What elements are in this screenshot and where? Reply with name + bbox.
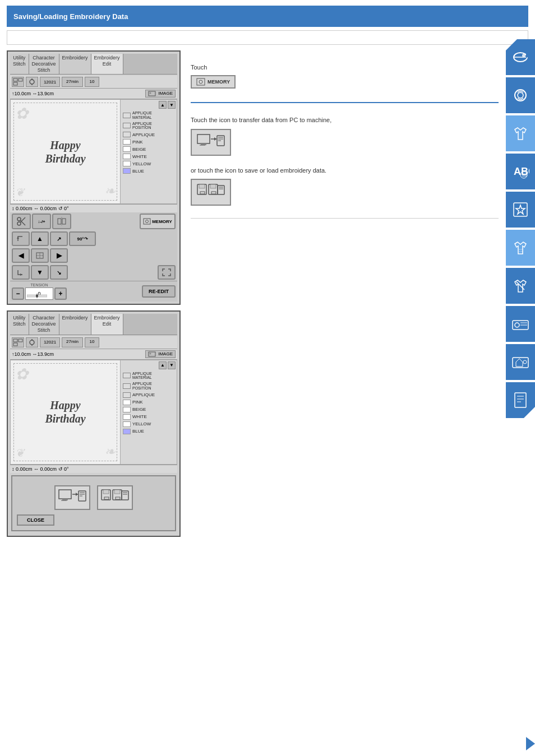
svg-rect-53 <box>197 134 210 143</box>
tab2-character[interactable]: CharacterDecorativeStitch <box>29 314 59 334</box>
tab2-embroidery-edit[interactable]: EmbroideryEdit <box>91 314 123 334</box>
save-load-icon-display <box>191 179 231 206</box>
icon-settings[interactable] <box>26 77 38 87</box>
tab-character[interactable]: CharacterDecorativeStitch <box>29 54 59 74</box>
sidebar-icon-scissors[interactable] <box>506 268 535 304</box>
stitch-len-button[interactable]: ↓-/+ <box>32 214 51 229</box>
color-item-white[interactable]: WHITE <box>122 153 176 160</box>
color-item-applique-position[interactable]: APPLIQUEPOSITION <box>122 121 176 131</box>
color-up-btn[interactable]: ▲ <box>159 101 167 109</box>
svg-marker-57 <box>214 137 216 141</box>
tab-embroidery-edit[interactable]: EmbroideryEdit <box>91 54 123 74</box>
nav-corner-tl-button[interactable] <box>12 231 30 246</box>
color2-item-beige[interactable]: BEIGE <box>122 406 176 413</box>
swirl2-bl: ❦ <box>15 446 25 460</box>
color-item-pink[interactable]: PINK <box>122 138 176 145</box>
color2-item-pink[interactable]: PINK <box>122 399 176 406</box>
memory-button[interactable]: MEMORY <box>140 214 176 229</box>
icon2-time: 27min <box>62 337 83 347</box>
sidebar-icon-tshirt2[interactable] <box>506 230 535 266</box>
embroidery-line1: Happy <box>45 138 85 152</box>
svg-rect-26 <box>13 343 17 346</box>
position-row-2: ↕ 0.00cm ↔ 0.00cm ↺ 0° <box>10 465 177 473</box>
nav-diag-ur-button[interactable]: ↗ <box>50 231 68 246</box>
tab2-utility[interactable]: UtilityStitch <box>10 314 29 334</box>
svg-rect-25 <box>13 339 17 342</box>
tab-row-2: UtilityStitch CharacterDecorativeStitch … <box>10 314 177 335</box>
sidebar-icon-machine2[interactable] <box>506 306 535 342</box>
color-swatch-applique-material <box>123 113 131 118</box>
close-button[interactable]: CLOSE <box>17 514 54 526</box>
color2-up-btn[interactable]: ▲ <box>159 361 167 369</box>
step3-text: or touch the icon to save or load embroi… <box>191 166 499 176</box>
sidebar-icon-abc[interactable]: ABC ab <box>506 154 535 189</box>
icon2-settings[interactable] <box>26 337 38 347</box>
sidebar-icon-thread[interactable] <box>506 77 535 113</box>
color-down-btn[interactable]: ▼ <box>168 101 176 109</box>
svg-point-16 <box>146 220 149 223</box>
icon2-layers[interactable] <box>12 337 24 347</box>
divider-1 <box>191 102 499 103</box>
sidebar-icon-machine3[interactable] <box>506 344 535 380</box>
nav-left-button[interactable]: ◀ <box>12 248 30 263</box>
nav-diag-br-button[interactable]: ↘ <box>50 265 68 280</box>
color-item-applique-material[interactable]: APPLIQUEMATERIAL <box>122 110 176 120</box>
svg-rect-67 <box>211 192 216 194</box>
color2-swatch-applique-position <box>123 383 131 389</box>
sidebar-icon-doc[interactable] <box>506 382 535 418</box>
tab-row-1: UtilityStitch CharacterDecorativeStitch … <box>10 54 177 75</box>
color-item-blue[interactable]: BLUE <box>122 168 176 174</box>
svg-point-88 <box>523 360 527 364</box>
svg-rect-33 <box>59 490 71 499</box>
sidebar-icon-tshirt[interactable] <box>506 115 535 151</box>
color2-item-blue[interactable]: BLUE <box>122 428 176 435</box>
svg-rect-48 <box>122 491 128 500</box>
color2-swatch-white <box>123 414 131 420</box>
re-edit-button[interactable]: RE-EDIT <box>142 285 176 298</box>
nav-up-button[interactable]: ▲ <box>31 231 49 246</box>
nav-row-2: ◀ ▶ <box>10 247 177 264</box>
color2-item-applique[interactable]: APPLIQUE <box>122 392 176 398</box>
color2-down-btn[interactable]: ▼ <box>168 361 176 369</box>
nav-right-button[interactable]: ▶ <box>50 248 68 263</box>
save-load-button[interactable] <box>97 485 133 510</box>
color2-item-white[interactable]: WHITE <box>122 414 176 420</box>
svg-point-52 <box>199 80 202 84</box>
color-item-applique[interactable]: APPLIQUE <box>122 131 176 138</box>
pc-machine-icon-display <box>191 129 231 156</box>
color2-item-yellow[interactable]: YELLOW <box>122 421 176 428</box>
svg-rect-31 <box>149 352 155 356</box>
tension-plus-button[interactable]: + <box>54 287 67 300</box>
color2-item-applique-position[interactable]: APPLIQUEPOSITION <box>122 381 176 391</box>
icon-layers[interactable] <box>12 77 24 87</box>
image-button-2[interactable]: IMAGE <box>145 350 176 358</box>
tab2-embroidery[interactable]: Embroidery <box>59 314 91 334</box>
color-item-beige[interactable]: BEIGE <box>122 146 176 152</box>
pc-to-machine-button[interactable] <box>54 485 90 510</box>
fit-button[interactable] <box>158 265 176 280</box>
nav-corner-bl-button[interactable] <box>12 265 30 280</box>
step1-text: Touch MEMORY <box>191 64 236 92</box>
nav-down-button[interactable]: ▼ <box>31 265 49 280</box>
tab-utility[interactable]: UtilityStitch <box>10 54 29 74</box>
image-button-1[interactable]: IMAGE <box>145 90 176 98</box>
tab-embroidery[interactable]: Embroidery <box>59 54 91 74</box>
sidebar-icon-star[interactable] <box>506 192 535 228</box>
nav-center-button[interactable] <box>31 248 49 263</box>
svg-rect-13 <box>62 219 66 224</box>
scissors-button[interactable] <box>12 214 31 229</box>
mirror-button[interactable] <box>52 214 71 229</box>
dims-text-2: ↑10.0cm ↔13.9cm <box>12 351 54 357</box>
rotate-90-button[interactable]: 90°↷ <box>69 231 96 246</box>
color2-swatch-applique <box>123 392 131 398</box>
right-content: Touch MEMORY Touch the icon t <box>185 50 499 537</box>
sub-header <box>7 30 528 45</box>
svg-rect-43 <box>103 490 109 494</box>
color-item-yellow[interactable]: YELLOW <box>122 160 176 167</box>
memory-popup-icons <box>17 485 170 510</box>
screen-panel-2: UtilityStitch CharacterDecorativeStitch … <box>7 310 181 536</box>
step3-section: or touch the icon to save or load embroi… <box>191 166 499 210</box>
color2-item-applique-material[interactable]: APPLIQUEMATERIAL <box>122 371 176 381</box>
tension-minus-button[interactable]: − <box>12 287 24 300</box>
sidebar-icon-sewing[interactable] <box>506 39 535 75</box>
